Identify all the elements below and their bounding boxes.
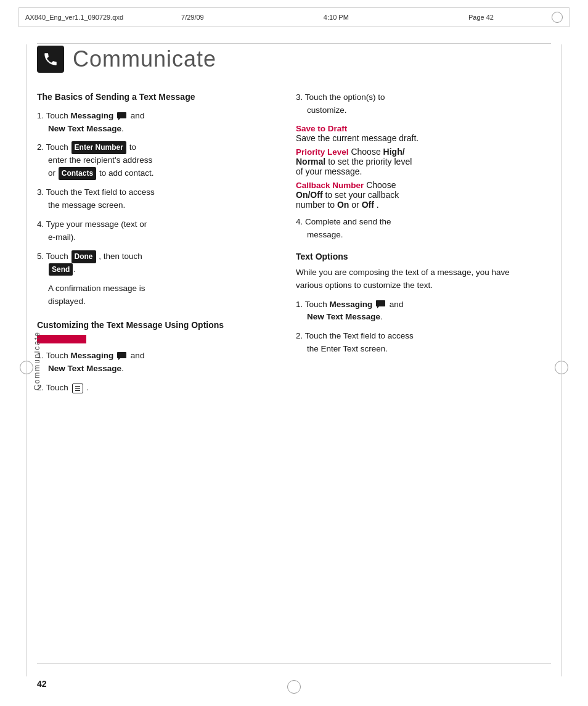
and-text-1: and	[131, 111, 145, 120]
callback-desc: to set your callback	[325, 190, 399, 200]
priority-desc-2: of your message.	[296, 166, 362, 176]
messaging-label-2: Messaging	[71, 351, 114, 360]
right-item-3: 3. Touch the option(s) to customize.	[296, 91, 530, 117]
item-num-3: 3. Touch the Text field to access	[37, 187, 155, 197]
enter-number-btn: Enter Number	[71, 141, 126, 154]
text-options-body: While you are composing the text of a me…	[296, 266, 530, 292]
priority-level-heading: Priority Level	[296, 147, 349, 157]
to-messaging-1: Messaging	[330, 300, 373, 309]
page-title: Communicate	[73, 46, 216, 72]
callback-off: Off	[362, 200, 374, 210]
page-wrapper: AX840_Eng_ver1.1_090729.qxd 7/29/09 4:10…	[0, 7, 588, 706]
contacts-btn: Contacts	[59, 167, 96, 180]
svg-marker-1	[118, 118, 120, 120]
header-bar: AX840_Eng_ver1.1_090729.qxd 7/29/09 4:10…	[18, 7, 570, 27]
priority-level-section: Priority Level Choose High/ Normal to se…	[296, 147, 530, 176]
or-text: or	[37, 168, 58, 178]
message-text: message.	[296, 230, 343, 239]
callback-heading: Callback Number	[296, 181, 364, 190]
save-to-draft-section: Save to Draft Save the current message d…	[296, 123, 530, 143]
period-2: .	[86, 383, 89, 392]
send-btn-wrap: Send.	[37, 265, 76, 274]
to-item-num-1: 1. Touch	[296, 300, 330, 309]
callback-number-section: Callback Number Choose On/Off to set you…	[296, 180, 530, 210]
messaging-icon-2	[117, 352, 127, 360]
reg-mark-right	[555, 361, 568, 374]
header-circle	[552, 12, 563, 23]
callback-desc-2: number to	[296, 200, 337, 210]
confirmation-msg: A confirmation message is	[48, 284, 145, 293]
text-options-para: While you are composing the text of a me…	[296, 266, 530, 292]
header-filename: AX840_Eng_ver1.1_090729.qxd	[25, 14, 123, 21]
new-text-message-1: New Text Message.	[37, 124, 124, 133]
right-column: 3. Touch the option(s) to customize. Sav…	[296, 91, 530, 401]
callback-period: .	[377, 200, 379, 210]
section1-heading: The Basics of Sending a Text Message	[37, 91, 271, 104]
to-item-num-2: 2. Touch the Text field to access	[296, 331, 414, 340]
top-margin-line	[37, 43, 551, 44]
done-btn: Done	[71, 250, 96, 263]
s2-item-num-2: 2. Touch	[37, 383, 71, 392]
page-title-section: Communicate	[37, 46, 551, 73]
to-and-1: and	[390, 300, 404, 309]
customize-text: customize.	[296, 105, 347, 115]
to-new-text-1: New Text Message	[307, 312, 380, 321]
priority-high-normal: High/	[383, 147, 405, 157]
svg-rect-0	[117, 112, 126, 118]
phone-icon	[43, 51, 59, 67]
r-item-num-3: 3. Touch the option(s) to	[296, 92, 385, 102]
enter-text-screen: the Enter Text screen.	[296, 344, 388, 353]
enter-address-text: enter the recipient's address	[37, 155, 152, 165]
callback-on: On	[337, 200, 349, 210]
item-num-4: 4. Type your message (text or	[37, 220, 147, 229]
list-item-3: 3. Touch the Text field to access the me…	[37, 186, 271, 212]
header-date: 7/29/09	[181, 14, 204, 21]
message-screen-text: the message screen.	[37, 200, 125, 210]
reg-mark-bottom	[287, 680, 301, 694]
list-item-1: 1. Touch Messaging and New Text Message.	[37, 110, 271, 136]
section2-item-1: 1. Touch Messaging and New Text Message.	[37, 350, 271, 376]
callback-choose: Choose	[366, 180, 396, 190]
text-options-item-2: 2. Touch the Text field to access the En…	[296, 330, 530, 356]
then-touch-text: , then touch	[99, 252, 142, 261]
text-options-heading: Text Options	[296, 252, 530, 261]
priority-desc: to set the priority level	[328, 157, 412, 166]
section2-heading: Customizing the Text Message Using Optio…	[37, 319, 271, 332]
callback-onoff: On/Off	[296, 190, 323, 200]
list-item-4: 4. Type your message (text or e-mail).	[37, 218, 271, 244]
svg-marker-5	[377, 306, 379, 308]
main-content: The Basics of Sending a Text Message 1. …	[37, 91, 551, 401]
to-text: to	[129, 142, 136, 152]
left-column: The Basics of Sending a Text Message 1. …	[37, 91, 271, 401]
page-number: 42	[37, 679, 47, 689]
messaging-icon-1	[117, 112, 127, 120]
item-num-1: 1. Touch	[37, 111, 71, 120]
item-num-2: 2. Touch	[37, 142, 71, 152]
email-text: e-mail).	[37, 232, 76, 242]
messaging-label-1: Messaging	[71, 111, 114, 120]
messaging-icon-3	[376, 300, 386, 308]
svg-rect-2	[117, 352, 126, 358]
r-item-num-4: 4. Complete and send the	[296, 217, 391, 226]
add-contact-text: to add contact.	[99, 168, 154, 178]
svg-rect-4	[376, 300, 385, 306]
header-page: Page 42	[468, 14, 494, 21]
save-draft-desc: Save the current message draft.	[296, 133, 419, 143]
priority-choose: Choose	[351, 147, 383, 157]
bottom-margin-line	[37, 663, 551, 664]
highlight-bar	[37, 335, 86, 343]
item-num-5: 5. Touch	[37, 252, 71, 261]
s2-item-num-1: 1. Touch	[37, 351, 71, 360]
phone-icon-box	[37, 46, 64, 73]
list-item-5: 5. Touch Done , then touch Send.	[37, 250, 271, 276]
send-btn: Send	[49, 263, 73, 276]
right-item-4: 4. Complete and send the message.	[296, 216, 530, 242]
callback-or: or	[351, 200, 361, 210]
save-draft-heading: Save to Draft	[296, 124, 347, 133]
confirmation-msg-2: displayed.	[48, 297, 86, 306]
menu-icon: ☰	[72, 384, 83, 393]
text-options-item-1: 1. Touch Messaging and New Text Message.	[296, 298, 530, 324]
header-time: 4:10 PM	[324, 14, 349, 21]
svg-marker-3	[118, 358, 120, 360]
list-item-2: 2. Touch Enter Number to enter the recip…	[37, 141, 271, 180]
